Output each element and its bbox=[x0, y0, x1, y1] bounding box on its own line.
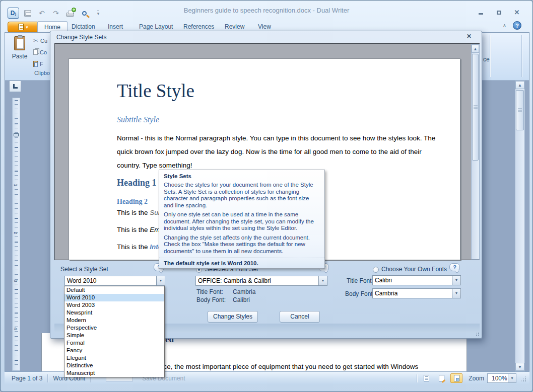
paste-button[interactable]: Paste bbox=[7, 34, 32, 69]
file-menu-button[interactable]: ▾ bbox=[8, 22, 39, 32]
preview-intense-line: This is the Inte bbox=[117, 243, 162, 251]
list-item[interactable]: Elegant bbox=[64, 354, 164, 362]
tab-selector[interactable] bbox=[9, 81, 21, 92]
title-font-info-value: Cambria bbox=[233, 288, 255, 295]
scroll-down-icon[interactable]: ▼ bbox=[515, 363, 524, 371]
tooltip-paragraph: Changing the style set affects only the … bbox=[164, 234, 320, 255]
scrollbar-thumb[interactable] bbox=[516, 90, 524, 130]
chevron-down-icon[interactable]: ▾ bbox=[452, 276, 460, 285]
style-sets-tooltip: Style Sets Choose the styles for your do… bbox=[159, 170, 325, 269]
cut-label: Cu bbox=[40, 38, 47, 44]
list-item[interactable]: Distinctive bbox=[64, 362, 164, 369]
view-draft-button[interactable] bbox=[420, 373, 432, 383]
dialog-close-icon[interactable]: ✕ bbox=[464, 33, 474, 40]
own-title-font-combobox[interactable]: Calibri▾ bbox=[372, 275, 461, 285]
style-set-dropdown-list: Default Word 2010 Word 2003 Newsprint Mo… bbox=[64, 286, 165, 377]
body-font-info-label: Body Font: bbox=[196, 296, 226, 303]
zoom-select[interactable]: 100%▾ bbox=[487, 373, 516, 383]
list-item[interactable]: Formal bbox=[64, 339, 164, 347]
tab-stop-icon bbox=[13, 84, 18, 89]
cancel-button[interactable]: Cancel bbox=[280, 311, 320, 323]
scrollbar-thumb[interactable] bbox=[472, 54, 479, 161]
list-item[interactable]: Manuscript bbox=[64, 369, 164, 377]
ruler-number: 2 bbox=[13, 231, 18, 234]
ruler-number: 1 bbox=[13, 184, 18, 186]
scroll-up-icon[interactable]: ▲ bbox=[515, 81, 524, 89]
tooltip-paragraph: Choose the styles for your document from… bbox=[164, 182, 320, 209]
clipboard-icon bbox=[14, 36, 25, 50]
own-body-font-combobox[interactable]: Cambria▾ bbox=[372, 288, 461, 298]
titlebar[interactable]: D) ↶ ↷ ▾ Beginners guide to speech recog… bbox=[1, 1, 532, 21]
tooltip-footer: The default style set is Word 2010. bbox=[159, 258, 324, 268]
chevron-down-icon[interactable]: ▾ bbox=[452, 289, 460, 298]
list-item[interactable]: Word 2003 bbox=[64, 301, 164, 309]
list-item[interactable]: Simple bbox=[64, 332, 164, 339]
view-web-button[interactable] bbox=[435, 373, 447, 383]
format-painter-icon bbox=[33, 61, 38, 67]
style-set-label: Select a Style Set bbox=[60, 266, 108, 273]
ribbon-partial-label: ce bbox=[483, 56, 490, 63]
vertical-ruler: 1 2 3 4 bbox=[12, 98, 20, 371]
draft-view-icon bbox=[424, 375, 429, 381]
file-doc-icon bbox=[18, 24, 24, 30]
group-separator bbox=[490, 35, 490, 77]
preview-subtle-line: This is the Sub bbox=[117, 209, 162, 216]
list-item-selected[interactable]: Word 2010 bbox=[64, 294, 164, 301]
chevron-down-icon: ▾ bbox=[26, 25, 28, 30]
own-fonts-help-icon[interactable]: ? bbox=[449, 263, 460, 271]
format-painter-label: F bbox=[40, 61, 43, 67]
chevron-down-icon[interactable]: ▾ bbox=[318, 276, 327, 285]
ruler-number: 3 bbox=[13, 279, 18, 282]
ruler-margin-marker[interactable] bbox=[14, 133, 19, 136]
title-font-info-label: Title Font: bbox=[196, 288, 223, 295]
chevron-down-icon[interactable]: ▾ bbox=[156, 276, 165, 285]
own-fonts-radio-label[interactable]: Choose Your Own Fonts bbox=[381, 266, 447, 273]
change-styles-button[interactable]: Change Styles bbox=[208, 311, 258, 323]
view-print-layout-button[interactable] bbox=[450, 373, 462, 383]
preview-emphasis-line: This is the Emp bbox=[117, 226, 164, 233]
zoom-label: Zoom bbox=[469, 375, 484, 382]
style-set-combobox[interactable]: Word 2010▾ bbox=[64, 276, 165, 286]
copy-icon bbox=[33, 49, 38, 55]
own-body-font-label: Body Font bbox=[345, 290, 373, 297]
preview-subtitle-style: Subtitle Style bbox=[117, 115, 159, 124]
close-button[interactable]: ✕ bbox=[510, 9, 523, 16]
font-set-combobox[interactable]: OFFICE: Cambria & Calibri▾ bbox=[195, 276, 327, 286]
document-text-partial: oice, the most important piece of equipm… bbox=[158, 363, 418, 370]
web-view-icon bbox=[439, 375, 444, 381]
preview-scrollbar[interactable]: ▲ bbox=[471, 44, 480, 260]
scroll-up-icon[interactable]: ▲ bbox=[472, 45, 479, 53]
list-item[interactable]: Newsprint bbox=[64, 309, 164, 317]
preview-heading2: Heading 2 bbox=[117, 198, 148, 206]
preview-title-style: Title Style bbox=[117, 80, 194, 102]
print-layout-icon bbox=[454, 375, 459, 381]
zoom-value: 100% bbox=[492, 375, 507, 382]
copy-label: Co bbox=[40, 49, 47, 55]
scissors-icon: ✂ bbox=[33, 37, 38, 44]
paste-label: Paste bbox=[7, 53, 32, 60]
tooltip-title: Style Sets bbox=[159, 170, 324, 179]
list-item[interactable]: Fancy bbox=[64, 347, 164, 354]
restore-button[interactable] bbox=[492, 9, 505, 16]
chevron-down-icon: ▾ bbox=[508, 374, 516, 382]
dialog-resize-grip[interactable] bbox=[474, 330, 480, 336]
group-separator bbox=[521, 35, 522, 77]
tooltip-paragraph: Only one style set can be used at a time… bbox=[164, 211, 320, 232]
dialog-title: Change Style Sets bbox=[56, 34, 106, 41]
window-title: Beginners guide to speech recognition.do… bbox=[1, 7, 532, 14]
document-scrollbar[interactable]: ▲ ▼ bbox=[515, 81, 525, 371]
minimize-button[interactable] bbox=[474, 9, 487, 16]
collapse-ribbon-icon[interactable]: ∧ bbox=[503, 23, 506, 28]
resize-grip[interactable] bbox=[519, 375, 526, 382]
preview-normal-paragraph: Normal - this is the Normal paragraph st… bbox=[117, 131, 445, 172]
own-fonts-radio[interactable] bbox=[373, 267, 379, 273]
list-item[interactable]: Default bbox=[64, 286, 164, 294]
preview-heading1: Heading 1 bbox=[117, 178, 157, 188]
list-item[interactable]: Perspective bbox=[64, 324, 164, 332]
clipboard-group-label: Clipbo bbox=[34, 70, 50, 76]
help-icon[interactable]: ? bbox=[513, 21, 521, 30]
separator bbox=[417, 374, 417, 382]
ruler-number: 4 bbox=[13, 327, 18, 330]
own-title-font-label: Title Font bbox=[347, 277, 372, 284]
list-item[interactable]: Modern bbox=[64, 317, 164, 324]
